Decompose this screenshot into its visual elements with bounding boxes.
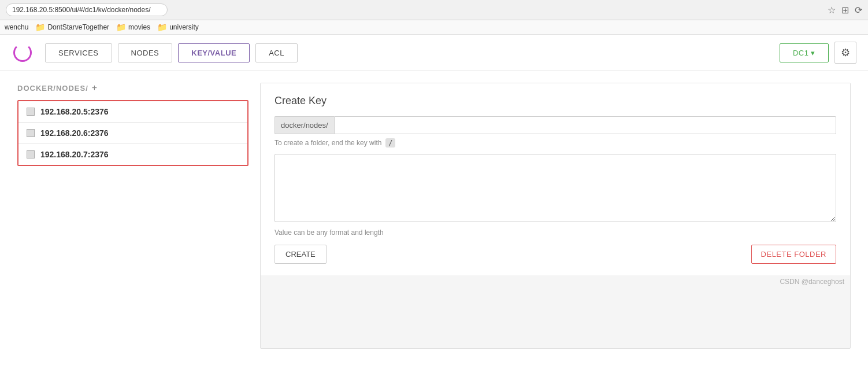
node-label-3: 192.168.20.7:2376 — [40, 150, 109, 159]
browser-bar: 192.168.20.5:8500/ui/#/dc1/kv/docker/nod… — [0, 0, 868, 20]
address-bar[interactable]: 192.168.20.5:8500/ui/#/dc1/kv/docker/nod… — [6, 3, 168, 16]
bookmark-university[interactable]: 📁 university — [157, 23, 199, 32]
nav-bar: SERVICES NODES KEY/VALUE ACL DC1 ▾ ⚙ — [0, 35, 868, 71]
browser-icons: ☆ ⊞ ⟳ — [828, 5, 862, 16]
node-list: 192.168.20.5:2376 192.168.20.6:2376 192.… — [17, 100, 248, 166]
nodes-nav-btn[interactable]: NODES — [118, 43, 173, 62]
node-item-2[interactable]: 192.168.20.6:2376 — [18, 123, 247, 144]
node-icon-3 — [27, 150, 35, 158]
bookmarks-bar: wenchu 📁 DontStarveTogether 📁 movies 📁 u… — [0, 20, 868, 35]
slash-badge: / — [385, 138, 395, 148]
services-nav-btn[interactable]: SERVICES — [45, 43, 112, 62]
node-item-3[interactable]: 192.168.20.7:2376 — [18, 144, 247, 165]
logo — [12, 42, 34, 64]
bookmark-dontstarvetogether[interactable]: 📁 DontStarveTogether — [35, 23, 109, 32]
dst-label: DontStarveTogether — [47, 23, 109, 31]
folder-icon-movies: 📁 — [116, 23, 126, 32]
add-key-btn[interactable]: + — [92, 83, 98, 93]
create-key-section: Create Key docker/nodes/ To create a fol… — [261, 83, 850, 275]
bookmark-movies[interactable]: 📁 movies — [116, 23, 150, 32]
value-hint: Value can be any format and length — [275, 228, 836, 237]
star-icon[interactable]: ☆ — [828, 5, 836, 16]
bookmark-wenchu[interactable]: wenchu — [5, 23, 28, 31]
key-input-row: docker/nodes/ — [275, 116, 836, 134]
value-textarea[interactable] — [275, 154, 836, 222]
key-prefix: docker/nodes/ — [275, 116, 334, 134]
consul-logo — [13, 43, 32, 62]
watermark: CSDN @danceghost — [261, 275, 850, 289]
create-key-title: Create Key — [275, 95, 836, 107]
path-text: DOCKER/NODES/ — [17, 84, 88, 93]
history-icon[interactable]: ⟳ — [855, 5, 862, 16]
path-header: DOCKER/NODES/ + — [17, 83, 248, 93]
dc1-nav-btn[interactable]: DC1 ▾ — [780, 43, 829, 62]
keyvalue-nav-btn[interactable]: KEY/VALUE — [178, 43, 250, 62]
left-panel: DOCKER/NODES/ + 192.168.20.5:2376 192.16… — [17, 83, 248, 349]
main-content: DOCKER/NODES/ + 192.168.20.5:2376 192.16… — [0, 71, 868, 360]
gear-btn[interactable]: ⚙ — [834, 42, 856, 64]
acl-nav-btn[interactable]: ACL — [255, 43, 298, 62]
create-button[interactable]: CREATE — [275, 245, 327, 264]
bookmark-icon[interactable]: ⊞ — [841, 5, 849, 16]
node-label-1: 192.168.20.5:2376 — [40, 107, 109, 116]
folder-icon-university: 📁 — [157, 23, 167, 32]
node-icon-1 — [27, 108, 35, 116]
node-icon-2 — [27, 129, 35, 137]
folder-hint: To create a folder, end the key with / — [275, 139, 836, 147]
node-label-2: 192.168.20.6:2376 — [40, 128, 109, 138]
movies-label: movies — [128, 23, 150, 31]
wenchu-label: wenchu — [5, 23, 28, 31]
folder-icon-dst: 📁 — [35, 23, 45, 32]
action-row: CREATE DELETE FOLDER — [275, 245, 836, 264]
key-name-input[interactable] — [334, 116, 836, 134]
node-item-1[interactable]: 192.168.20.5:2376 — [18, 101, 247, 123]
delete-folder-button[interactable]: DELETE FOLDER — [751, 245, 836, 264]
right-panel: Create Key docker/nodes/ To create a fol… — [260, 83, 851, 349]
university-label: university — [169, 23, 199, 31]
